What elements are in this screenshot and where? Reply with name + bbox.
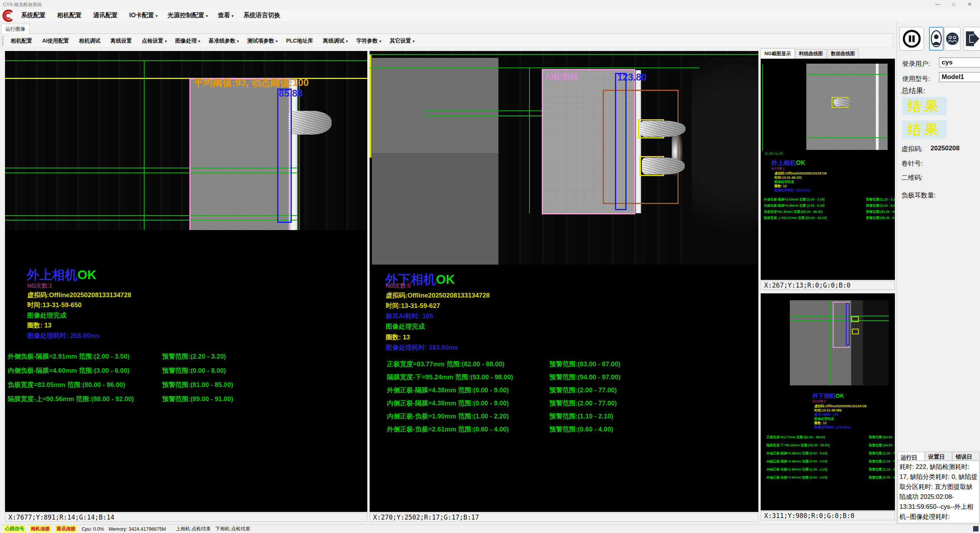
virtual-code-label: 虚拟码:	[901, 145, 923, 153]
measurement-row: 正极宽度=83.77mm 范围:(82.00 - 88.00)预警范围:(83.…	[766, 435, 893, 443]
toolbar-item[interactable]: 图像处理▾	[171, 38, 204, 44]
measurement-row: 内侧正极-负极=1.90mm 范围:(1.00 - 2.20)预警范围:(1.1…	[387, 412, 755, 425]
measure-hline	[424, 115, 545, 116]
user-manage-button[interactable]	[944, 27, 960, 51]
preview-tab[interactable]: 料线曲线图	[795, 49, 827, 59]
preview-tab[interactable]: NG截图显示	[761, 48, 795, 59]
measurement-row: 负极宽度=83.05mm 范围:(80.00 - 86.00)预警范围:(81.…	[8, 380, 364, 395]
close-icon[interactable]: ✕	[962, 0, 978, 9]
run-log-output[interactable]: 耗时: 222, 缺陷检测耗时: 17, 缺陷分类耗时: 0, 缺陷提取分区耗时…	[898, 461, 980, 523]
pause-button[interactable]	[899, 27, 924, 51]
menu-item[interactable]: 系统配置	[16, 12, 52, 20]
toolbar-items: 相机配置 AI使用配置 相机调试 离线设置 点检设置▾ 图像处理▾ 基准线参数▾…	[7, 34, 419, 48]
ng-count: NG次数:1	[27, 282, 52, 290]
login-user-field[interactable]: cys	[939, 58, 980, 67]
threshold-overlay: 平均阈值:93, 动态阈值:100	[194, 76, 309, 89]
snapshot-coords-readout-2: X:311;Y:980;R:0;G:0;B:0	[761, 511, 895, 520]
exit-button[interactable]	[964, 27, 980, 51]
login-user-button[interactable]	[929, 27, 944, 51]
ng-snapshot-panel-lower[interactable]: 外下相机OK NG次数:0 虚拟码:Offline202502081331347…	[761, 293, 895, 510]
tab-metal-blob-1	[640, 121, 686, 137]
memory-usage: Memory: 3424.41796875M	[109, 526, 166, 532]
menu-item[interactable]: 通讯配置	[88, 12, 124, 20]
lower-camera-check-status: 下相机:点检结束	[215, 526, 250, 532]
tab-run-image[interactable]: 运行图像	[1, 24, 30, 35]
menu-item[interactable]: IO卡配置▾	[124, 12, 163, 20]
menu-items: 系统配置 相机配置 通讯配置 IO卡配置▾ 光源控制配置▾ 查看▾ 系统语言切换	[16, 9, 287, 22]
toolbar-item[interactable]: 测试项参数▾	[243, 38, 282, 44]
toolbar-item[interactable]: 字符参数▾	[352, 38, 385, 44]
comm-connect-status-badge: 通讯连接	[55, 525, 77, 533]
mini-process-time: 图像处理耗时: 175.00ms	[814, 425, 850, 430]
upper-camera-panel[interactable]: 平均阈值:93, 动态阈值:100 85.88 外上相机OK NG次数:1 虚拟…	[5, 51, 367, 512]
measurement-row: 内侧正极-隔膜=4.38mm 范围:(0.00 - 9.00)预警范围:(2.0…	[766, 459, 893, 467]
menu-item[interactable]: 光源控制配置▾	[163, 12, 213, 20]
camera-connect-status-badge: 相机连接	[29, 525, 51, 533]
user-icon	[931, 30, 942, 48]
measurement-row: 外侧正极-负极=2.61mm 范围:(0.60 - 4.00)预警范围:(0.6…	[387, 425, 755, 438]
measurement-list: 正极宽度=83.77mm 范围:(82.00 - 88.00)预警范围:(83.…	[387, 360, 755, 438]
measurement-row: 隔膜宽度-下=95.24mm 范围:(93.00 - 98.00)预警范围:(9…	[766, 443, 893, 451]
toolbar-item[interactable]: 离线调试▾	[319, 38, 352, 44]
mini-process-time: 图像处理耗时: 182.00ms	[774, 188, 811, 193]
camera-name: 外上相机	[27, 268, 77, 282]
mini-metal-blob	[834, 99, 853, 106]
camera-status: OK	[436, 272, 455, 286]
model-field[interactable]: Model1	[939, 72, 980, 82]
loop-count: 圈数: 13	[27, 321, 51, 330]
upper-camera-image[interactable]: 平均阈值:93, 动态阈值:100 85.88	[5, 51, 367, 230]
mini-measure-box	[846, 303, 850, 345]
measurement-row: 内侧正极-隔膜=4.38mm 范围:(0.00 - 9.00)预警范围:(2.0…	[387, 399, 755, 412]
menu-item[interactable]: 系统语言切换	[238, 12, 287, 20]
total-result-label: 总结果:	[901, 86, 925, 96]
toolbar-item[interactable]: 相机配置	[7, 38, 38, 44]
lower-camera-coords-readout: X:270;Y:2502;R:17;G:17;B:17	[370, 513, 758, 522]
menu-item[interactable]: 相机配置	[52, 12, 88, 20]
ng-snapshot-panel-upper[interactable]: XL:84 AL:84 外上相机OK NG次数:1 虚拟码:Offline202…	[761, 59, 895, 280]
mini-ng-count: NG次数:1	[771, 166, 785, 171]
lower-camera-panel[interactable]: AI检测框 123.80 外下相机OK NG次数:0 虚拟码:Offline20…	[370, 51, 758, 512]
pause-icon	[902, 29, 922, 49]
process-time: 图像处理耗时: 258.00ms	[27, 331, 100, 340]
measurement-row: 外侧负极-隔膜=3.03mm 范围:(2.00 - 3.50)预警范围:(2.2…	[764, 197, 893, 204]
toolbar-item[interactable]: PLC地址库	[282, 38, 319, 44]
mini-ng-count: NG次数:0	[812, 399, 826, 403]
ai-box-label: AI检测框	[545, 71, 579, 82]
measurement-row: 外侧正极-隔膜=4.38mm 范围:(0.00 - 9.00)预警范围:(2.0…	[766, 451, 893, 459]
measurement-row: 外侧负极-隔膜=2.91mm 范围:(2.00 - 3.50)预警范围:(2.2…	[8, 352, 364, 366]
capture-time: 时间:13-31-59-650	[27, 301, 82, 309]
resize-grip-icon	[973, 526, 978, 531]
toolbar-item[interactable]: 基准线参数▾	[204, 38, 243, 44]
mini-result-header: 外下相机OK	[812, 392, 844, 400]
loop-count: 圈数: 13	[386, 333, 410, 342]
toolbar-item[interactable]: AI使用配置	[38, 38, 75, 44]
edge-vline	[299, 79, 299, 230]
qr-code-label: 二维码:	[901, 173, 923, 182]
preview-tab[interactable]: 数据曲线图	[827, 49, 859, 59]
measure-value-overlay: 85.88	[279, 88, 303, 99]
reference-vline	[529, 67, 530, 213]
minimize-icon[interactable]: —	[929, 0, 945, 9]
camera-result-header: 外上相机OK	[27, 266, 97, 284]
toolbar: 相机配置 AI使用配置 相机调试 离线设置 点检设置▾ 图像处理▾ 基准线参数▾…	[0, 34, 893, 48]
window-controls: — □ ✕	[929, 0, 978, 9]
mini-detect-box	[852, 329, 859, 334]
cys-logo-icon	[2, 10, 14, 22]
result-badge-2: 结果	[902, 120, 947, 138]
camera-status: OK	[77, 268, 97, 282]
measurement-row: 正极宽度=83.77mm 范围:(82.00 - 88.00)预警范围:(83.…	[387, 360, 755, 373]
menu-item[interactable]: 查看▾	[213, 12, 238, 20]
toolbar-item[interactable]: 离线设置	[106, 38, 138, 44]
baseline-yellow-line	[5, 78, 367, 79]
toolbar-item[interactable]: 其它设置▾	[385, 38, 419, 44]
toolbar-item[interactable]: 点检设置▾	[138, 38, 171, 44]
roll-pin-label: 卷针号:	[901, 159, 923, 168]
toolbar-item[interactable]: 相机调试	[75, 38, 106, 44]
baseline-green-line	[370, 54, 758, 55]
lower-camera-image[interactable]: AI检测框 123.80	[370, 51, 758, 265]
toolbar-drag-handle-icon[interactable]	[2, 36, 3, 46]
menu-bar: 系统配置 相机配置 通讯配置 IO卡配置▾ 光源控制配置▾ 查看▾ 系统语言切换	[0, 9, 980, 22]
window-title: CYS-视觉检测系统	[3, 2, 42, 8]
maximize-icon[interactable]: □	[945, 0, 962, 9]
measurement-row: 隔膜宽度-下=95.24mm 范围:(93.00 - 98.00)预警范围:(9…	[387, 373, 755, 386]
